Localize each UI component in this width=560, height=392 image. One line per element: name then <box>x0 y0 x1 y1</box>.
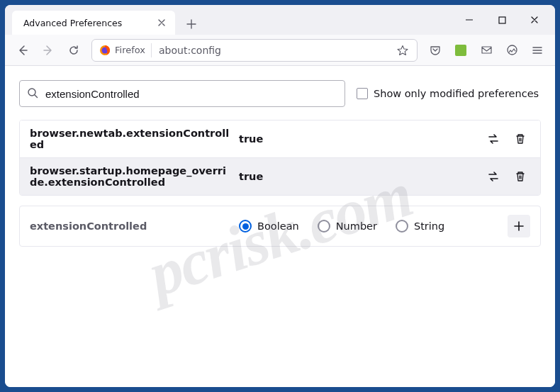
pref-row[interactable]: browser.newtab.extensionControlled true <box>20 121 540 158</box>
profile-icon <box>506 44 518 56</box>
svg-rect-0 <box>499 17 505 23</box>
pocket-icon <box>430 45 441 56</box>
maximize-icon <box>498 16 506 24</box>
identity-label: Firefox <box>115 45 145 55</box>
inbox-button[interactable] <box>474 38 498 62</box>
pref-row[interactable]: browser.startup.homepage_override.extens… <box>20 158 540 195</box>
plus-icon <box>186 19 196 29</box>
reload-icon <box>68 45 79 56</box>
trash-icon <box>515 171 526 182</box>
radio-string[interactable]: String <box>396 220 444 233</box>
svg-point-4 <box>28 89 35 96</box>
extension-button[interactable] <box>449 38 473 62</box>
pocket-button[interactable] <box>423 38 447 62</box>
pref-actions <box>483 167 530 186</box>
extension-icon <box>455 45 466 56</box>
toggle-button[interactable] <box>483 129 503 149</box>
minimize-icon <box>465 16 474 24</box>
reload-button[interactable] <box>62 38 86 62</box>
search-row: Show only modified preferences <box>19 80 541 107</box>
trash-icon <box>515 133 526 145</box>
star-icon <box>397 45 408 56</box>
close-icon <box>530 16 539 24</box>
firefox-logo-icon <box>99 45 111 56</box>
new-tab-button[interactable] <box>181 13 202 35</box>
radio-boolean[interactable]: Boolean <box>239 220 299 233</box>
type-radios: Boolean Number String <box>239 220 508 233</box>
profile-button[interactable] <box>500 38 524 62</box>
menu-button[interactable] <box>525 38 549 62</box>
arrow-right-icon <box>43 45 54 56</box>
delete-button[interactable] <box>510 167 530 186</box>
minimize-button[interactable] <box>453 5 486 35</box>
radio-label: Number <box>336 220 377 232</box>
search-box[interactable] <box>19 80 345 107</box>
show-modified-checkbox-label[interactable]: Show only modified preferences <box>357 88 539 99</box>
close-icon <box>157 18 166 27</box>
pref-name: browser.newtab.extensionControlled <box>30 128 239 150</box>
hamburger-icon <box>532 45 543 56</box>
checkbox-text: Show only modified preferences <box>374 88 539 99</box>
radio-indicator <box>396 220 408 233</box>
tab-title: Advanced Preferences <box>19 18 155 28</box>
titlebar: Advanced Preferences <box>5 5 555 35</box>
preferences-table: browser.newtab.extensionControlled true … <box>19 120 541 196</box>
search-icon <box>27 87 40 100</box>
plus-icon <box>513 220 525 232</box>
add-button[interactable] <box>508 215 530 237</box>
checkbox[interactable] <box>357 88 368 99</box>
radio-label: String <box>414 220 444 232</box>
browser-window: Advanced Preferences <box>5 5 555 387</box>
back-button[interactable] <box>11 38 35 62</box>
toggle-icon <box>487 133 500 145</box>
toggle-icon <box>487 170 500 183</box>
tab-close-button[interactable] <box>155 16 168 29</box>
url-bar[interactable]: Firefox about:config <box>91 39 418 62</box>
svg-point-3 <box>508 45 517 55</box>
new-pref-name: extensionControlled <box>30 220 239 232</box>
navbar: Firefox about:config <box>5 35 555 66</box>
radio-number[interactable]: Number <box>318 220 377 233</box>
maximize-button[interactable] <box>486 5 518 35</box>
forward-button[interactable] <box>36 38 60 62</box>
delete-button[interactable] <box>510 129 530 149</box>
page-content: Show only modified preferences browser.n… <box>5 66 555 387</box>
radio-indicator <box>318 220 330 233</box>
radio-label: Boolean <box>257 220 299 232</box>
pref-value: true <box>239 133 483 145</box>
pref-value: true <box>239 171 483 182</box>
radio-indicator <box>239 220 252 233</box>
identity-box[interactable]: Firefox <box>96 43 152 57</box>
search-input[interactable] <box>40 88 337 100</box>
tab-advanced-preferences[interactable]: Advanced Preferences <box>12 11 175 35</box>
arrow-left-icon <box>17 45 28 56</box>
toggle-button[interactable] <box>483 167 503 186</box>
close-window-button[interactable] <box>518 5 551 35</box>
window-controls <box>453 5 555 35</box>
url-text: about:config <box>152 45 393 56</box>
inbox-icon <box>481 44 493 56</box>
bookmark-button[interactable] <box>393 40 413 60</box>
pref-actions <box>483 129 530 149</box>
pref-name: browser.startup.homepage_override.extens… <box>30 165 239 188</box>
add-pref-row: extensionControlled Boolean Number Strin… <box>19 206 541 247</box>
